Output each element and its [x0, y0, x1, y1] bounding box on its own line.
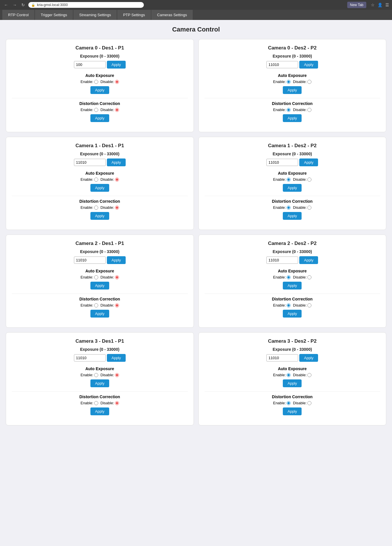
distortion-disable-radio-cam2-des1-p1[interactable]	[115, 303, 119, 307]
exposure-input-cam1-des1-p1[interactable]	[74, 159, 106, 166]
auto-exposure-disable-radio-cam0-des2-p2[interactable]	[307, 80, 311, 84]
apply-exposure-btn-cam2-des1-p1[interactable]: Apply	[107, 256, 126, 264]
apply-distortion-btn-cam3-des2-p2[interactable]: Apply	[283, 407, 302, 415]
auto-exposure-disable-radio-cam2-des2-p2[interactable]	[307, 275, 311, 279]
apply-exposure-btn-cam1-des2-p2[interactable]: Apply	[299, 158, 318, 166]
auto-exposure-disable-label-cam1-des2-p2[interactable]: Disable:	[293, 177, 311, 182]
distortion-enable-radio-cam0-des2-p2[interactable]	[287, 108, 291, 112]
auto-exposure-disable-label-cam3-des1-p1[interactable]: Disable:	[101, 373, 119, 377]
distortion-enable-radio-cam2-des1-p1[interactable]	[94, 303, 98, 307]
back-button[interactable]: ←	[3, 2, 9, 8]
apply-auto-btn-cam0-des2-p2[interactable]: Apply	[283, 86, 302, 94]
auto-exposure-enable-radio-cam1-des2-p2[interactable]	[287, 178, 291, 182]
exposure-input-cam1-des2-p2[interactable]	[266, 159, 298, 166]
distortion-disable-radio-cam3-des1-p1[interactable]	[115, 401, 119, 405]
apply-distortion-btn-cam1-des1-p1[interactable]: Apply	[90, 212, 109, 220]
exposure-input-cam0-des1-p1[interactable]	[74, 61, 106, 68]
exposure-input-cam0-des2-p2[interactable]	[266, 61, 298, 68]
exposure-input-cam3-des2-p2[interactable]	[266, 354, 298, 361]
auto-exposure-disable-label-cam1-des1-p1[interactable]: Disable:	[101, 177, 119, 182]
apply-exposure-btn-cam0-des2-p2[interactable]: Apply	[299, 61, 318, 69]
apply-auto-btn-cam2-des1-p1[interactable]: Apply	[90, 282, 109, 289]
distortion-enable-label-cam3-des2-p2[interactable]: Enable:	[273, 401, 291, 405]
distortion-disable-label-cam1-des1-p1[interactable]: Disable:	[101, 205, 119, 210]
auto-exposure-enable-label-cam0-des2-p2[interactable]: Enable:	[273, 80, 291, 84]
distortion-enable-radio-cam3-des2-p2[interactable]	[287, 401, 291, 405]
distortion-disable-radio-cam2-des2-p2[interactable]	[307, 303, 311, 307]
auto-exposure-enable-radio-cam2-des2-p2[interactable]	[287, 275, 291, 279]
distortion-enable-radio-cam3-des1-p1[interactable]	[94, 401, 98, 405]
apply-exposure-btn-cam3-des2-p2[interactable]: Apply	[299, 354, 318, 362]
auto-exposure-enable-label-cam2-des1-p1[interactable]: Enable:	[81, 275, 98, 279]
distortion-disable-radio-cam0-des1-p1[interactable]	[115, 108, 119, 112]
distortion-enable-radio-cam0-des1-p1[interactable]	[94, 108, 98, 112]
apply-exposure-btn-cam2-des2-p2[interactable]: Apply	[299, 256, 318, 264]
distortion-disable-label-cam2-des1-p1[interactable]: Disable:	[101, 303, 119, 307]
auto-exposure-enable-radio-cam2-des1-p1[interactable]	[94, 275, 98, 279]
distortion-disable-label-cam0-des1-p1[interactable]: Disable:	[101, 108, 119, 112]
nav-streaming-settings[interactable]: Streaming Settings	[73, 10, 117, 20]
nav-ptp-settings[interactable]: PTP Settings	[117, 10, 151, 20]
auto-exposure-enable-label-cam1-des1-p1[interactable]: Enable:	[81, 177, 98, 182]
distortion-enable-radio-cam1-des2-p2[interactable]	[287, 206, 291, 210]
auto-exposure-disable-radio-cam1-des1-p1[interactable]	[115, 178, 119, 182]
exposure-input-cam2-des2-p2[interactable]	[266, 257, 298, 264]
distortion-disable-radio-cam0-des2-p2[interactable]	[307, 108, 311, 112]
auto-exposure-disable-label-cam0-des1-p1[interactable]: Disable:	[101, 80, 119, 84]
distortion-enable-label-cam3-des1-p1[interactable]: Enable:	[81, 401, 98, 405]
apply-auto-btn-cam3-des2-p2[interactable]: Apply	[283, 379, 302, 387]
distortion-enable-label-cam0-des1-p1[interactable]: Enable:	[81, 108, 98, 112]
distortion-disable-label-cam2-des2-p2[interactable]: Disable:	[293, 303, 311, 307]
distortion-disable-label-cam3-des2-p2[interactable]: Disable:	[293, 401, 311, 405]
distortion-disable-radio-cam1-des2-p2[interactable]	[307, 206, 311, 210]
auto-exposure-disable-radio-cam1-des2-p2[interactable]	[307, 178, 311, 182]
new-tab-button[interactable]: New Tab	[347, 2, 366, 8]
distortion-enable-radio-cam2-des2-p2[interactable]	[287, 303, 291, 307]
auto-exposure-enable-label-cam3-des2-p2[interactable]: Enable:	[273, 373, 291, 377]
distortion-disable-label-cam1-des2-p2[interactable]: Disable:	[293, 205, 311, 210]
apply-auto-btn-cam1-des1-p1[interactable]: Apply	[90, 184, 109, 192]
apply-distortion-btn-cam2-des2-p2[interactable]: Apply	[283, 310, 302, 318]
auto-exposure-disable-label-cam2-des2-p2[interactable]: Disable:	[293, 275, 311, 279]
apply-distortion-btn-cam2-des1-p1[interactable]: Apply	[90, 310, 109, 318]
auto-exposure-enable-label-cam0-des1-p1[interactable]: Enable:	[81, 80, 98, 84]
distortion-enable-radio-cam1-des1-p1[interactable]	[94, 206, 98, 210]
auto-exposure-disable-label-cam2-des1-p1[interactable]: Disable:	[101, 275, 119, 279]
apply-auto-btn-cam0-des1-p1[interactable]: Apply	[90, 86, 109, 94]
auto-exposure-disable-radio-cam0-des1-p1[interactable]	[115, 80, 119, 84]
auto-exposure-enable-radio-cam1-des1-p1[interactable]	[94, 178, 98, 182]
exposure-input-cam2-des1-p1[interactable]	[74, 257, 106, 264]
reload-button[interactable]: ↻	[20, 2, 26, 8]
auto-exposure-enable-radio-cam0-des1-p1[interactable]	[94, 80, 98, 84]
distortion-enable-label-cam1-des1-p1[interactable]: Enable:	[81, 205, 98, 210]
nav-trigger-settings[interactable]: Trigger Settings	[35, 10, 73, 20]
auto-exposure-enable-radio-cam0-des2-p2[interactable]	[287, 80, 291, 84]
apply-auto-btn-cam3-des1-p1[interactable]: Apply	[90, 379, 109, 387]
auto-exposure-disable-radio-cam3-des1-p1[interactable]	[115, 373, 119, 377]
apply-exposure-btn-cam3-des1-p1[interactable]: Apply	[107, 354, 126, 362]
distortion-disable-label-cam0-des2-p2[interactable]: Disable:	[293, 108, 311, 112]
distortion-disable-radio-cam3-des2-p2[interactable]	[307, 401, 311, 405]
distortion-enable-label-cam2-des1-p1[interactable]: Enable:	[81, 303, 98, 307]
auto-exposure-disable-radio-cam3-des2-p2[interactable]	[307, 373, 311, 377]
apply-distortion-btn-cam3-des1-p1[interactable]: Apply	[90, 407, 109, 415]
distortion-enable-label-cam0-des2-p2[interactable]: Enable:	[273, 108, 291, 112]
auto-exposure-enable-label-cam1-des2-p2[interactable]: Enable:	[273, 177, 291, 182]
apply-distortion-btn-cam1-des2-p2[interactable]: Apply	[283, 212, 302, 220]
exposure-input-cam3-des1-p1[interactable]	[74, 354, 106, 361]
distortion-enable-label-cam1-des2-p2[interactable]: Enable:	[273, 205, 291, 210]
auto-exposure-enable-label-cam3-des1-p1[interactable]: Enable:	[81, 373, 98, 377]
apply-auto-btn-cam1-des2-p2[interactable]: Apply	[283, 184, 302, 192]
distortion-enable-label-cam2-des2-p2[interactable]: Enable:	[273, 303, 291, 307]
apply-auto-btn-cam2-des2-p2[interactable]: Apply	[283, 282, 302, 289]
auto-exposure-disable-label-cam0-des2-p2[interactable]: Disable:	[293, 80, 311, 84]
auto-exposure-disable-label-cam3-des2-p2[interactable]: Disable:	[293, 373, 311, 377]
auto-exposure-enable-label-cam2-des2-p2[interactable]: Enable:	[273, 275, 291, 279]
auto-exposure-enable-radio-cam3-des2-p2[interactable]	[287, 373, 291, 377]
address-bar[interactable]: 🔒 kria-gmsl.local:3000	[28, 2, 144, 8]
apply-exposure-btn-cam1-des1-p1[interactable]: Apply	[107, 158, 126, 166]
distortion-disable-label-cam3-des1-p1[interactable]: Disable:	[101, 401, 119, 405]
nav-cameras-settings[interactable]: Cameras Settings	[151, 10, 193, 20]
auto-exposure-disable-radio-cam2-des1-p1[interactable]	[115, 275, 119, 279]
auto-exposure-enable-radio-cam3-des1-p1[interactable]	[94, 373, 98, 377]
